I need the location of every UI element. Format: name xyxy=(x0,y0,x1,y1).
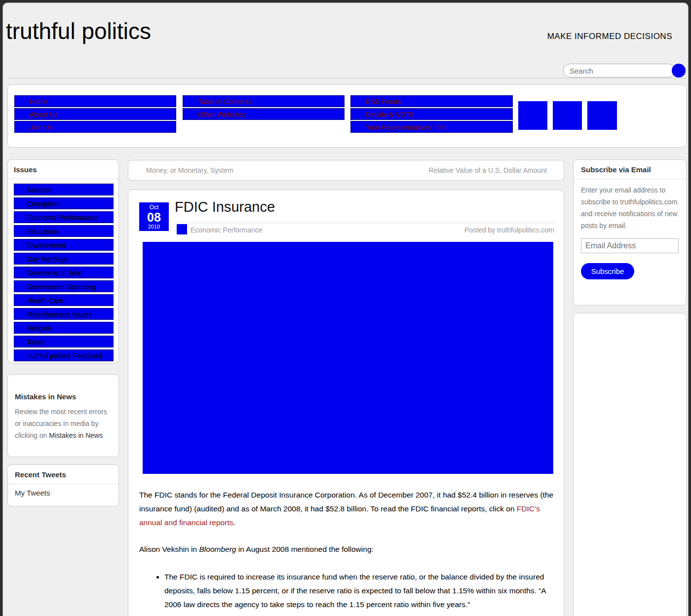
nav-item-table-of-contents[interactable]: Table of Contents xyxy=(183,95,345,107)
post-date-year: 2010 xyxy=(139,224,169,230)
empty-widget xyxy=(573,313,687,616)
issue-education[interactable]: Education xyxy=(14,225,114,237)
prev-post-link[interactable]: Money, or Monetary, System xyxy=(146,166,233,174)
category-icon xyxy=(177,224,187,234)
post-date-month: Oct xyxy=(139,202,169,211)
paragraph-1: The FDIC stands for the Federal Deposit … xyxy=(139,488,554,530)
category-link[interactable]: Economic Performance xyxy=(191,226,263,234)
post-navigation: Money, or Monetary, System Relative Valu… xyxy=(128,160,564,181)
issue-health-care[interactable]: Health Care xyxy=(14,294,114,306)
paragraph-2-end: in August 2008 mentioned the following: xyxy=(236,545,373,553)
site-tagline: MAKE INFORMED DECISIONS xyxy=(547,32,672,41)
paragraph-2: Alison Vekshin in Bloomberg in August 20… xyxy=(139,542,554,556)
issue-gay-marriage[interactable]: Gay Marriage xyxy=(14,253,114,265)
main-navigation: Home About Us Join Us Table of Contents … xyxy=(7,84,687,148)
header-divider xyxy=(7,78,687,78)
nav-item-about-us[interactable]: About Us xyxy=(14,108,176,120)
tweets-widget: Recent Tweets My Tweets xyxy=(7,464,119,506)
nav-item-representatives-info[interactable]: Your Representatives’ Info xyxy=(350,121,513,133)
issue-feedback[interactable]: truthful politics Feedback xyxy=(14,349,114,361)
mistakes-title: Mistakes in News xyxy=(15,392,112,401)
issue-economic-performance[interactable]: Economic Performance xyxy=(14,211,114,223)
divider xyxy=(8,179,118,179)
search-input[interactable] xyxy=(563,64,675,77)
social-icon-2[interactable] xyxy=(553,101,582,130)
paragraph-2-text: Alison Vekshin in xyxy=(139,545,199,553)
bullet-item: The FDIC is required to increase its ins… xyxy=(164,570,554,612)
nav-item-rss-feeds[interactable]: RSS Feeds xyxy=(350,95,513,107)
nav-item-join-us[interactable]: Join Us xyxy=(14,121,176,133)
bloomberg-italic: Bloomberg xyxy=(199,545,236,553)
post-body: The FDIC stands for the Federal Deposit … xyxy=(139,473,554,612)
posted-by: Posted by truthfulpolitics.com xyxy=(464,226,554,234)
divider xyxy=(574,179,686,179)
tweets-title: Recent Tweets xyxy=(15,470,112,479)
post-image-placeholder xyxy=(143,242,553,474)
divider xyxy=(175,223,555,223)
issues-widget: Issues Abortion Corruption Economic Perf… xyxy=(7,159,119,363)
paragraph-1-end: . xyxy=(233,518,235,527)
search-button[interactable] xyxy=(672,64,686,77)
page-container: truthful politics MAKE INFORMED DECISION… xyxy=(2,2,689,616)
email-field[interactable] xyxy=(581,238,679,253)
subscribe-button[interactable]: Subscribe xyxy=(581,263,634,279)
divider xyxy=(8,484,118,484)
my-tweets-link[interactable]: My Tweets xyxy=(15,489,50,497)
issue-environment[interactable]: Environment xyxy=(14,239,114,251)
nav-item-home[interactable]: Home xyxy=(14,95,176,107)
subscribe-widget: Subscribe via Email Enter your email add… xyxy=(573,159,687,306)
social-icon-3[interactable] xyxy=(587,101,617,130)
nav-column-3: RSS Feeds Decide & VOTE Your Representat… xyxy=(350,95,513,134)
issues-title: Issues xyxy=(14,165,113,174)
mistakes-widget: Mistakes in News Review the most recent … xyxy=(7,374,119,457)
nav-item-other-websites[interactable]: Other Websites xyxy=(183,108,345,120)
paragraph-1-text: The FDIC stands for the Federal Deposit … xyxy=(139,491,553,513)
social-icon-1[interactable] xyxy=(518,101,547,130)
issue-government-spending[interactable]: Government Spending xyxy=(14,280,114,292)
post-date-badge: Oct 08 2010 xyxy=(139,202,169,231)
post-date-day: 08 xyxy=(139,211,169,224)
issue-taxes[interactable]: Taxes xyxy=(14,336,114,347)
issue-religion[interactable]: Religion xyxy=(14,322,114,334)
post-bullet-list: The FDIC is required to increase its ins… xyxy=(139,570,554,612)
site-title: truthful politics xyxy=(6,18,151,44)
nav-column-2: Table of Contents Other Websites xyxy=(183,95,345,121)
post-title: FDIC Insurance xyxy=(175,199,275,215)
subscribe-text: Enter your email address to subscribe to… xyxy=(581,184,679,231)
mistakes-text: Review the most recent errors or inaccur… xyxy=(15,406,112,441)
next-post-link[interactable]: Relative Value of a U.S. Dollar Amount xyxy=(429,166,547,174)
nav-column-1: Home About Us Join Us xyxy=(14,95,176,134)
issue-miscellaneous[interactable]: Miscellaneous Issues xyxy=(14,308,114,320)
mistakes-link[interactable]: Mistakes in News xyxy=(49,431,103,439)
nav-item-decide-vote[interactable]: Decide & VOTE xyxy=(350,108,513,120)
post-article: Oct 08 2010 FDIC Insurance Economic Perf… xyxy=(128,190,564,616)
issue-corruption[interactable]: Corruption xyxy=(14,197,114,209)
subscribe-title: Subscribe via Email xyxy=(581,165,679,174)
issue-abortion[interactable]: Abortion xyxy=(14,184,114,195)
issue-government-debt[interactable]: Government Debt xyxy=(14,267,114,278)
